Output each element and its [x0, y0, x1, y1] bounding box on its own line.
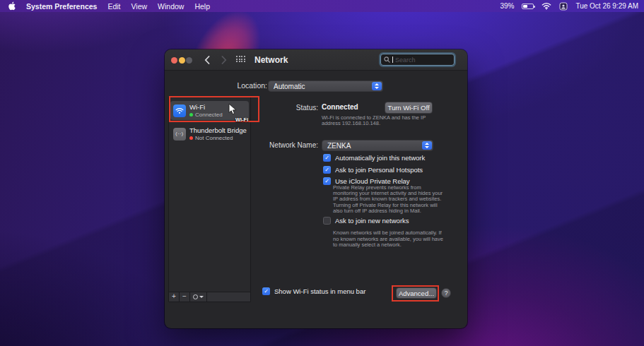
search-icon [384, 56, 390, 63]
services-sidebar: Wi-Fi Connected 〈··〉 Thunderbolt Bridge … [168, 97, 251, 302]
minimize-button[interactable] [179, 57, 185, 64]
service-status: Connected [195, 112, 223, 118]
checkbox-checked-icon: ✓ [323, 166, 331, 174]
popup-stepper-icon [422, 141, 432, 150]
action-menu-button[interactable] [190, 292, 207, 302]
window-title: Network [254, 55, 288, 65]
help-button[interactable]: ? [441, 288, 451, 298]
service-status: Not Connected [195, 135, 233, 141]
menu-view[interactable]: View [131, 2, 148, 11]
wifi-service-icon [173, 105, 186, 117]
menu-app-name[interactable]: System Preferences [26, 2, 97, 11]
remove-service-button[interactable]: − [180, 292, 190, 302]
menu-help[interactable]: Help [194, 2, 210, 11]
network-name-label: Network Name: [262, 141, 318, 149]
service-name: Wi-Fi [189, 104, 223, 111]
show-all-grid-icon[interactable] [236, 56, 245, 62]
status-value: Connected [322, 103, 358, 111]
back-icon[interactable] [201, 54, 213, 66]
service-name: Thunderbolt Bridge [189, 127, 247, 134]
gear-icon [193, 294, 198, 299]
popup-stepper-icon [372, 82, 382, 90]
forward-icon [218, 54, 230, 66]
checkbox-personal-hotspots[interactable]: ✓ Ask to join Personal Hotspots [323, 166, 423, 174]
not-connected-dot [189, 136, 193, 140]
chevron-down-icon [199, 296, 204, 298]
title-bar[interactable]: Network [165, 49, 467, 71]
status-description: Wi-Fi is connected to ZENKA and has the … [322, 115, 443, 126]
location-label: Location: [193, 81, 267, 90]
sidebar-footer: + − [169, 292, 250, 302]
zoom-button [186, 57, 192, 64]
checkbox-show-wifi-status[interactable]: ✓ Show Wi-Fi status in menu bar [262, 287, 365, 295]
menu-edit[interactable]: Edit [107, 2, 120, 11]
apple-icon[interactable] [8, 1, 16, 11]
add-service-button[interactable]: + [169, 292, 180, 302]
advanced-button[interactable]: Advanced... [396, 287, 437, 299]
search-input[interactable] [395, 56, 451, 64]
sidebar-item-thunderbolt-bridge[interactable]: 〈··〉 Thunderbolt Bridge Not Connected [170, 124, 249, 143]
private-relay-description: Private Relay prevents networks from mon… [333, 185, 446, 214]
battery-percent: 39% [500, 2, 514, 10]
thunderbolt-bridge-icon: 〈··〉 [173, 128, 186, 141]
checkbox-checked-icon: ✓ [323, 177, 331, 185]
network-name-popup[interactable]: ZENKA [322, 140, 433, 151]
battery-icon[interactable] [522, 4, 534, 9]
network-preferences-window: Network Location: Automatic Wi-Fi [165, 49, 467, 328]
checkbox-checked-icon: ✓ [262, 287, 270, 295]
checkbox-auto-join[interactable]: ✓ Automatically join this network [323, 154, 425, 162]
search-field[interactable] [380, 54, 455, 66]
menu-window[interactable]: Window [158, 2, 184, 11]
location-popup[interactable]: Automatic [268, 80, 383, 92]
cursor-icon [228, 103, 237, 118]
wifi-settings-panel: Status: Connected Turn Wi-Fi Off Wi-Fi i… [255, 94, 463, 306]
checkbox-unchecked-icon [323, 217, 331, 225]
close-button[interactable] [171, 57, 177, 64]
menu-extra-icon[interactable] [559, 2, 568, 11]
connected-dot [189, 113, 193, 117]
menu-bar: System Preferences Edit View Window Help… [0, 0, 644, 12]
checkbox-checked-icon: ✓ [323, 154, 331, 162]
status-label: Status: [276, 104, 318, 112]
turn-wifi-off-button[interactable]: Turn Wi-Fi Off [385, 102, 433, 114]
checkbox-ask-new-networks[interactable]: Ask to join new networks [323, 217, 409, 225]
location-value: Automatic [274, 83, 305, 90]
text-caret [392, 56, 393, 63]
wifi-icon[interactable] [541, 2, 551, 10]
menu-clock[interactable]: Tue Oct 26 9:29 AM [575, 2, 638, 10]
known-networks-description: Known networks will be joined automatica… [333, 230, 445, 249]
network-name-value: ZENKA [327, 142, 351, 150]
drag-label: Wi-Fi [235, 117, 248, 123]
